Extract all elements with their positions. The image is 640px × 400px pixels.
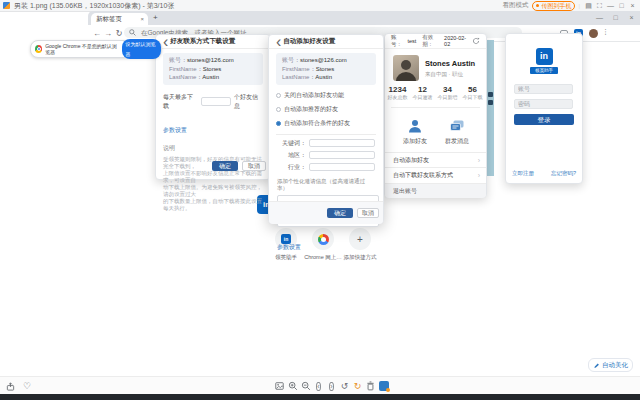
new-tab-button[interactable]: + (153, 13, 158, 22)
fullscreen-icon[interactable]: ⛶ (594, 0, 605, 11)
login-button[interactable]: 登录 (514, 114, 574, 125)
login-account-input[interactable] (514, 84, 573, 94)
limit-prefix: 每天最多下载 (163, 93, 198, 111)
share-icon[interactable] (6, 382, 15, 391)
desktop-taskbar (0, 394, 640, 400)
browser-maximize-button[interactable]: □ (610, 12, 621, 23)
send-to-phone-badge[interactable]: 传图到手机 (532, 1, 575, 11)
linkedin-logo: in (536, 48, 553, 65)
invite-label: 添加个性化邀请信息（提高邀请通过率） (277, 178, 375, 192)
delete-icon[interactable] (364, 378, 377, 395)
back-chevron-icon[interactable]: ‹ (276, 33, 281, 51)
pencil-icon (593, 362, 600, 369)
viewer-app-icon (3, 2, 10, 9)
chat-icon (449, 118, 465, 134)
region-input[interactable] (309, 151, 375, 159)
stats-row: 1234好友总数 12今日邀请 34今日新增 56今日下载 (385, 85, 486, 100)
default-browser-infobar: Google Chrome 不是您的默认浏览器 设为默认浏览器 (30, 40, 162, 58)
radio-icon[interactable] (276, 107, 281, 112)
cancel-button[interactable]: 取消 (357, 208, 379, 218)
zoom-in-icon[interactable] (286, 378, 299, 395)
tab-close-icon[interactable]: × (140, 16, 144, 22)
daily-limit-input[interactable] (201, 97, 231, 106)
image-viewer-window: 男装 1.png (135.06KB，1920x1030像素) - 第3/10张… (0, 0, 640, 400)
widget-qr-icon[interactable] (488, 100, 493, 105)
login-password-input[interactable] (514, 99, 573, 109)
skin-icon[interactable]: ▤ (583, 0, 594, 11)
account-label: 账号： (391, 34, 407, 48)
params-link[interactable]: 参数设置 (163, 127, 187, 133)
forward-icon[interactable]: → (103, 29, 113, 38)
back-chevron-icon[interactable]: ‹ (163, 33, 168, 51)
viewer-minimize-button[interactable]: — (605, 0, 616, 11)
profile-name: Stones Austin (425, 59, 475, 68)
favorite-heart-icon[interactable]: ♡ (23, 381, 31, 391)
linkedin-login-card: in 领英助手 登录 立即注册 忘记密码? (505, 33, 583, 184)
previous-image-button[interactable]: ‹ (312, 378, 325, 395)
viewer-mode-label[interactable]: 看图模式 (502, 1, 528, 10)
browser-tabstrip (88, 11, 640, 25)
zoom-out-icon[interactable] (299, 378, 312, 395)
browser-close-button[interactable]: × (626, 12, 637, 23)
bulk-message-action[interactable]: 群发消息 (441, 118, 473, 146)
fit-image-icon[interactable] (273, 378, 286, 394)
browser-menu-icon[interactable]: ⋮ (602, 28, 609, 36)
browser-minimize-button[interactable]: — (594, 12, 605, 23)
dialog-footer: 确定 取消 (269, 201, 383, 224)
params-link[interactable]: 参数设置 (277, 244, 301, 250)
widget-chat-icon[interactable] (488, 92, 493, 97)
region-label: 地区： (276, 151, 306, 160)
side-widget-ribbon[interactable] (486, 40, 494, 176)
radio-option-3[interactable]: 自动添加符合条件的好友 (276, 119, 376, 128)
radio-checked-icon[interactable] (276, 121, 281, 126)
viewer-title: 男装 1.png (135.06KB，1920x1030像素) - 第3/10张 (14, 0, 174, 11)
profile-meta: 来自中国 · 职位 (425, 71, 463, 78)
viewer-maximize-button[interactable]: □ (616, 0, 627, 11)
download-settings-dialog: ‹ 好友联系方式下载设置 账号：stones@126.com FirstName… (155, 34, 271, 180)
tab-title: 新标签页 (96, 15, 140, 24)
radio-icon[interactable] (276, 93, 281, 98)
ok-button[interactable]: 确定 (212, 161, 238, 171)
assistant-popup: 账号： test 有效期： 2020-02-02 Stones Austin 来… (384, 33, 487, 198)
limit-suffix: 个好友信息 (234, 93, 263, 111)
cancel-button[interactable]: 取消 (242, 161, 266, 171)
rotate-right-icon[interactable]: ↻ (351, 378, 364, 395)
keyword-label: 关键词： (276, 139, 306, 148)
back-icon[interactable]: ← (92, 29, 102, 38)
account-value: test (407, 38, 416, 44)
chevron-right-icon: › (478, 172, 480, 179)
dialog-title: 自动添加好友设置 (283, 37, 335, 46)
chrome-logo-icon (35, 45, 42, 53)
browser-tab[interactable]: 新标签页 × (91, 13, 148, 25)
viewer-toolbar: ♡ ‹ › ↺ ↻ (0, 376, 640, 395)
profile-avatar[interactable] (589, 29, 598, 38)
register-link[interactable]: 立即注册 (512, 170, 534, 177)
next-image-button[interactable]: › (325, 378, 338, 395)
industry-label: 行业： (276, 163, 306, 172)
dialog-title: 好友联系方式下载设置 (170, 37, 235, 46)
reload-icon[interactable]: ↻ (114, 29, 124, 38)
account-info-box: 账号：stones@126.com FirstName：Stones LastN… (276, 53, 376, 85)
industry-input[interactable] (309, 163, 375, 171)
menu-auto-download[interactable]: 自动下载好友联系方式 › (385, 168, 486, 182)
expiry-label: 有效期： (422, 34, 444, 48)
radio-option-2[interactable]: 自动添加推荐的好友 (276, 105, 376, 114)
ok-button[interactable]: 确定 (327, 208, 353, 218)
note-title: 说明 (163, 144, 263, 153)
profile-photo (393, 55, 419, 81)
search-icon (129, 29, 136, 36)
forgot-password-link[interactable]: 忘记密码? (551, 170, 576, 177)
viewer-app-logo[interactable] (377, 378, 390, 395)
add-friend-action[interactable]: 添加好友 (399, 118, 431, 146)
menu-auto-add[interactable]: 自动添加好友 › (385, 153, 486, 167)
radio-option-1[interactable]: 关闭自动添加好友功能 (276, 91, 376, 100)
refresh-icon[interactable] (472, 37, 480, 45)
set-default-browser-button[interactable]: 设为默认浏览器 (122, 39, 161, 59)
logout-row[interactable]: 退出账号 (385, 183, 486, 198)
auto-add-settings-dialog: ‹ 自动添加好友设置 账号：stones@126.com FirstName：S… (268, 34, 384, 224)
rotate-left-icon[interactable]: ↺ (338, 378, 351, 395)
keyword-input[interactable] (309, 139, 375, 147)
person-icon (407, 118, 423, 134)
auto-beautify-button[interactable]: 自动美化 (588, 358, 633, 372)
viewer-close-button[interactable]: × (627, 0, 638, 11)
